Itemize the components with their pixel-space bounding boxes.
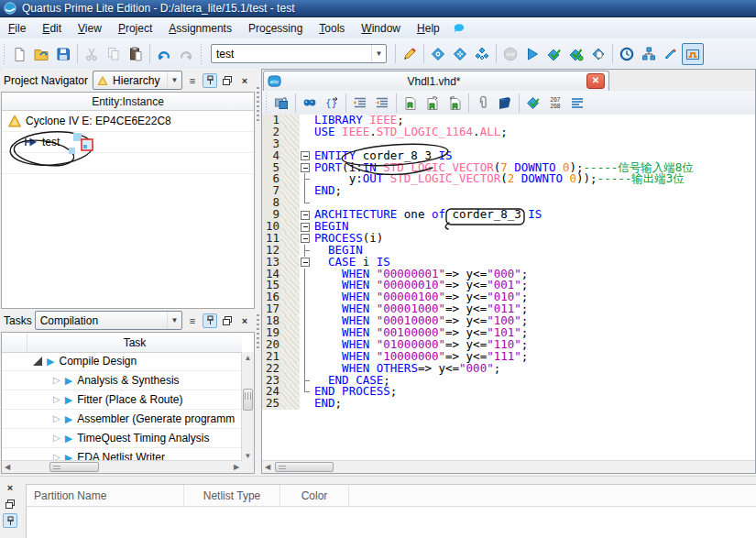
entity-instance-column-header[interactable]: Entity:Instance bbox=[2, 93, 254, 111]
tree-item-cyclone-iv-e-ep4ce6e22c8[interactable]: Cyclone IV E: EP4CE6E22C8 bbox=[2, 111, 254, 132]
new-file-icon[interactable] bbox=[8, 43, 30, 65]
fold-toggle-icon[interactable] bbox=[300, 209, 312, 221]
fold-toggle-icon[interactable] bbox=[300, 150, 312, 162]
run-task-icon[interactable]: ▶ bbox=[65, 395, 72, 405]
titlebar[interactable]: Quartus Prime Lite Edition - D:/altera_l… bbox=[0, 0, 756, 17]
chevron-down-icon[interactable]: ▼ bbox=[167, 312, 181, 329]
run-task-icon[interactable]: ▶ bbox=[65, 434, 72, 444]
match-brace-icon[interactable]: {} bbox=[321, 92, 343, 114]
collapsed-arrow-icon[interactable]: ▷ bbox=[53, 395, 60, 404]
fold-toggle-icon[interactable] bbox=[300, 162, 312, 174]
hierarchy-combobox[interactable]: Hierarchy ▼ bbox=[93, 71, 182, 90]
open-file-icon[interactable] bbox=[30, 43, 52, 65]
menu-processing[interactable]: Processing bbox=[240, 19, 311, 38]
code-area[interactable]: 1LIBRARY IEEE;2USE IEEE.STD_LOGIC_1164.A… bbox=[262, 115, 755, 460]
toolbar-grip[interactable] bbox=[199, 44, 203, 64]
menu-edit[interactable]: Edit bbox=[34, 19, 70, 38]
detach-window-icon[interactable] bbox=[270, 92, 292, 114]
close-panel-icon[interactable]: × bbox=[237, 73, 252, 88]
close-panel-icon[interactable]: × bbox=[237, 313, 252, 328]
collapsed-arrow-icon[interactable]: ▷ bbox=[53, 434, 60, 443]
run-task-icon[interactable]: ▶ bbox=[65, 376, 72, 386]
menu-help[interactable]: Help bbox=[409, 19, 448, 38]
programmer-icon[interactable] bbox=[682, 43, 704, 65]
panel-splitter[interactable] bbox=[255, 69, 261, 474]
pin-icon[interactable] bbox=[3, 513, 17, 528]
device-icon[interactable] bbox=[449, 43, 471, 65]
task-assembler-generate-programm[interactable]: ▷▶Assembler (Generate programm bbox=[2, 410, 242, 429]
editor-horizontal-scrollbar[interactable]: ◀ bbox=[262, 460, 755, 473]
panel-menu-icon[interactable]: ≡ bbox=[185, 313, 200, 328]
redo-icon[interactable] bbox=[175, 43, 197, 65]
save-icon[interactable] bbox=[52, 43, 74, 65]
pin-icon[interactable] bbox=[203, 313, 217, 328]
expanded-arrow-icon[interactable] bbox=[33, 357, 42, 366]
fold-toggle-icon[interactable] bbox=[300, 233, 312, 245]
menu-project[interactable]: Project bbox=[110, 19, 160, 38]
attach-icon[interactable] bbox=[472, 92, 494, 114]
align-lines-icon[interactable] bbox=[566, 92, 588, 114]
chevron-down-icon[interactable]: ▼ bbox=[371, 45, 386, 62]
pin-planner-icon[interactable] bbox=[471, 43, 493, 65]
find-icon[interactable] bbox=[299, 92, 321, 114]
analyze-current-file-icon[interactable] bbox=[522, 92, 544, 114]
pin-icon[interactable] bbox=[203, 73, 217, 88]
start-timing-analysis-icon[interactable] bbox=[565, 43, 587, 65]
menu-file[interactable]: File bbox=[0, 19, 34, 38]
netlist-writer-icon[interactable] bbox=[587, 43, 609, 65]
close-panel-icon[interactable]: × bbox=[3, 480, 17, 495]
rtl-viewer-icon[interactable] bbox=[638, 43, 660, 65]
previous-bookmark-icon[interactable] bbox=[444, 92, 466, 114]
flow-combobox[interactable]: Compilation ▼ bbox=[35, 311, 182, 330]
paste-icon[interactable] bbox=[125, 43, 147, 65]
task-compile-design[interactable]: ▶Compile Design bbox=[2, 352, 242, 371]
task-column-header[interactable]: Task bbox=[27, 333, 242, 352]
restore-panel-icon[interactable] bbox=[220, 313, 235, 328]
next-bookmark-icon[interactable] bbox=[422, 92, 444, 114]
collapsed-arrow-icon[interactable]: ▷ bbox=[53, 414, 60, 423]
fold-toggle-icon[interactable] bbox=[300, 257, 312, 269]
tab-vhdl1[interactable]: abc Vhdl1.vhd* ✕ bbox=[263, 71, 609, 91]
design-space-explorer-icon[interactable] bbox=[660, 43, 682, 65]
settings-icon[interactable] bbox=[427, 43, 449, 65]
project-combobox[interactable]: test▼ bbox=[211, 44, 387, 63]
decrease-indent-icon[interactable] bbox=[371, 92, 393, 114]
stop-processing-icon[interactable]: STOP bbox=[499, 43, 521, 65]
tasks-horizontal-scrollbar[interactable]: ◀ ▶ bbox=[2, 460, 242, 473]
collapsed-arrow-icon[interactable]: ▷ bbox=[53, 376, 60, 385]
start-analysis-synthesis-icon[interactable] bbox=[543, 43, 565, 65]
run-task-icon[interactable]: ▶ bbox=[65, 414, 72, 424]
cut-icon[interactable] bbox=[81, 43, 103, 65]
menu-tools[interactable]: Tools bbox=[311, 19, 353, 38]
menu-assignments[interactable]: Assignments bbox=[160, 19, 240, 38]
panel-menu-icon[interactable]: ≡ bbox=[185, 73, 200, 88]
run-task-icon[interactable]: ▶ bbox=[47, 357, 54, 367]
toggle-bookmark-icon[interactable] bbox=[400, 92, 422, 114]
increase-indent-icon[interactable] bbox=[349, 92, 371, 114]
undo-icon[interactable] bbox=[153, 43, 175, 65]
tasks-vertical-scrollbar[interactable]: ▲ ▼ bbox=[241, 352, 254, 461]
column-header-color[interactable]: Color bbox=[280, 485, 349, 506]
fold-toggle-icon[interactable] bbox=[300, 221, 312, 233]
start-compilation-icon[interactable] bbox=[521, 43, 543, 65]
toolbar-grip[interactable] bbox=[2, 44, 6, 64]
comment-icon[interactable] bbox=[494, 92, 516, 114]
task-fitter-place-route-[interactable]: ▷▶Fitter (Place & Route) bbox=[2, 390, 242, 410]
project-tree[interactable]: Cyclone IV E: EP4CE6E22C8test bbox=[2, 111, 254, 174]
task-timequest-timing-analysis[interactable]: ▷▶TimeQuest Timing Analysis bbox=[2, 429, 242, 448]
restore-panel-icon[interactable] bbox=[3, 497, 17, 511]
line-counter-icon[interactable]: 267268 bbox=[544, 92, 566, 114]
menu-window[interactable]: Window bbox=[353, 19, 409, 38]
toolbar-grip[interactable] bbox=[264, 93, 268, 113]
menu-view[interactable]: View bbox=[70, 19, 110, 38]
chevron-down-icon[interactable]: ▼ bbox=[167, 71, 181, 89]
task-eda-netlist-writer[interactable]: ▷▶EDA Netlist Writer bbox=[2, 448, 242, 461]
task-analysis-synthesis[interactable]: ▷▶Analysis & Synthesis bbox=[2, 371, 242, 390]
chat-bubble-icon[interactable] bbox=[452, 22, 466, 35]
restore-panel-icon[interactable] bbox=[220, 73, 235, 88]
column-header-partition-name[interactable]: Partition Name bbox=[27, 485, 184, 506]
assignment-editor-icon[interactable] bbox=[399, 43, 421, 65]
close-tab-button[interactable]: ✕ bbox=[586, 73, 605, 89]
timequest-icon[interactable] bbox=[616, 43, 638, 65]
column-header-netlist-type[interactable]: Netlist Type bbox=[184, 485, 280, 506]
